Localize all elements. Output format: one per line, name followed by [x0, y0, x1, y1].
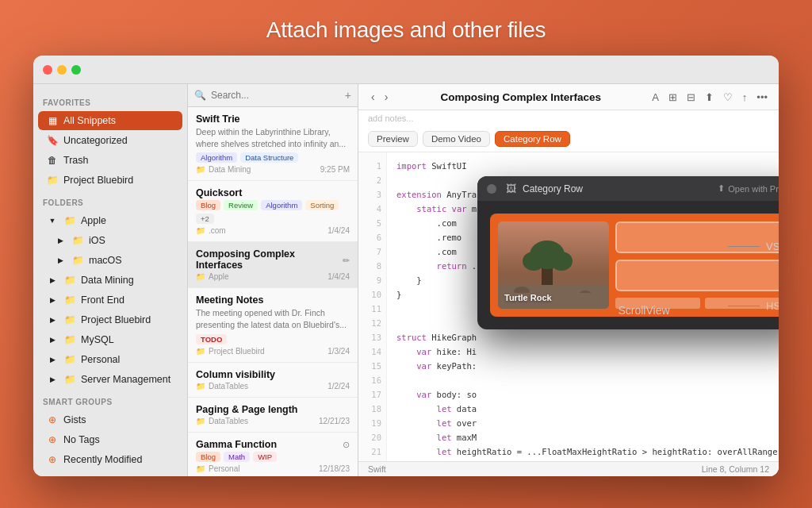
bookmark-button[interactable]: ♡ — [722, 90, 734, 105]
smart-group-icon: ⊕ — [46, 453, 59, 466]
bookmark-icon: 🔖 — [46, 134, 59, 147]
sidebar-item-personal[interactable]: ▶ 📁 Personal — [38, 350, 182, 369]
snippet-folder: Apple — [209, 272, 229, 281]
snippet-folder: Data Mining — [209, 165, 251, 174]
svg-point-7 — [579, 291, 592, 298]
close-button[interactable] — [43, 65, 52, 75]
snippet-date: 9:25 PM — [320, 165, 350, 174]
language-label: Swift — [368, 464, 386, 474]
sidebar-item-project-bluebird[interactable]: ▶ 📁 Project Bluebird — [38, 310, 182, 329]
sidebar-label: MySQL — [81, 334, 174, 345]
snippet-title: Swift Trie — [196, 114, 350, 125]
sidebar-item-recently-modified[interactable]: ⊕ Recently Modified — [38, 450, 182, 469]
snippet-item-paging[interactable]: Paging & Page length 📁 DataTables 12/21/… — [188, 398, 358, 433]
annotation-dash — [728, 246, 760, 247]
image-icon: 🖼 — [506, 183, 516, 194]
folder-icon: 📁 — [196, 226, 205, 235]
folder-icon: 📁 — [196, 417, 205, 425]
popup-close-button[interactable] — [487, 184, 496, 194]
tab-demo-video[interactable]: Demo Video — [423, 131, 490, 147]
chevron-icon: ▶ — [46, 353, 59, 366]
sidebar-item-apple[interactable]: ▼ 📁 Apple — [38, 211, 182, 230]
sidebar-item-trash[interactable]: 🗑 Trash — [38, 151, 182, 170]
sidebar-item-mysql[interactable]: ▶ 📁 MySQL — [38, 330, 182, 349]
snippet-folder: Project Bluebird — [209, 347, 265, 356]
snippet-item-swift-trie[interactable]: Swift Trie Deep within the Labyrinthine … — [188, 107, 358, 181]
sidebar-label: Gists — [63, 414, 174, 425]
folder-icon: 📁 — [63, 314, 76, 326]
snippet-date: 1/3/24 — [327, 347, 350, 356]
snippet-tags: Blog Math WIP — [196, 452, 350, 462]
text-format-button[interactable]: A — [650, 90, 661, 105]
line-num: 11 — [358, 302, 386, 316]
snippet-item-meeting-notes[interactable]: Meeting Notes The meeting opened with Dr… — [188, 288, 358, 362]
chevron-icon: ▶ — [46, 373, 59, 386]
open-preview-label: Open with Preview — [728, 184, 779, 194]
scrollview-label: ScrollView — [618, 304, 669, 317]
hstack-label: HStack — [766, 300, 779, 312]
export-button[interactable]: ↑ — [741, 90, 749, 105]
snippet-preview: The meeting opened with Dr. Finch presen… — [196, 307, 350, 330]
code-area: 1 2 3 4 5 6 7 8 9 10 11 12 13 14 15 16 1 — [358, 152, 779, 461]
status-bar: Swift Line 8, Column 12 — [358, 461, 779, 476]
search-input[interactable] — [211, 90, 340, 101]
snippet-item-gamma-function[interactable]: Gamma Function ⊙ Blog Math WIP 📁 Persona… — [188, 433, 358, 476]
line-num: 5 — [358, 216, 386, 230]
search-icon: 🔍 — [194, 90, 206, 101]
sidebar-item-data-mining[interactable]: ▶ 📁 Data Mining — [38, 271, 182, 290]
more-button[interactable]: ••• — [755, 90, 769, 105]
snippet-item-composing[interactable]: Composing Complex Interfaces ✏ 📁 Apple 1… — [188, 242, 358, 288]
view-toggle-button[interactable]: ⊞ — [667, 90, 679, 105]
snippet-title: Composing Complex Interfaces — [196, 248, 343, 271]
sidebar-item-all-snippets[interactable]: ▦ All Snippets — [38, 111, 182, 130]
nav-buttons: ‹ › — [368, 89, 391, 105]
popup-header: 🖼 Category Row ⬆ Open with Preview — [477, 176, 779, 201]
snippet-folder: DataTables — [209, 382, 248, 391]
popup-body: Turtle Rock — [477, 201, 779, 329]
share-button[interactable]: ⬆ — [703, 90, 715, 105]
back-button[interactable]: ‹ — [368, 89, 378, 105]
page-headline: Attach images and other files — [266, 17, 546, 43]
line-num: 10 — [358, 287, 386, 302]
tag-sorting: Sorting — [305, 200, 339, 210]
sidebar-item-front-end[interactable]: ▶ 📁 Front End — [38, 291, 182, 310]
editor-toolbar: ‹ › Composing Complex Interfaces A ⊞ ⊟ ⬆… — [358, 84, 779, 110]
forward-button[interactable]: › — [381, 89, 392, 105]
snippet-item-column-visibility[interactable]: Column visibility 📁 DataTables 1/2/24 — [188, 363, 358, 398]
sidebar-item-project-bluebird-fav[interactable]: 📁 Project Bluebird — [38, 171, 182, 190]
hstack-annotation: HStack — [728, 300, 779, 312]
line-num: 18 — [358, 402, 386, 416]
grid-view-button[interactable]: ⊟ — [685, 90, 697, 105]
sidebar-item-no-tags[interactable]: ⊕ No Tags — [38, 430, 182, 449]
editor-actions: A ⊞ ⊟ ⬆ ♡ ↑ ••• — [650, 90, 769, 105]
chevron-icon: ▼ — [46, 214, 59, 227]
tab-preview[interactable]: Preview — [368, 131, 418, 147]
tag-todo: TODO — [196, 334, 227, 344]
sidebar-item-uncategorized[interactable]: 🔖 Uncategorized — [38, 131, 182, 150]
tag-math: Math — [224, 452, 250, 462]
snippet-folder: .com — [209, 226, 226, 235]
tab-category-row[interactable]: Category Row — [495, 131, 570, 147]
chevron-icon: ▶ — [46, 274, 59, 287]
app-window: Favorites ▦ All Snippets 🔖 Uncategorized… — [33, 56, 779, 476]
open-with-preview-button[interactable]: ⬆ Open with Preview — [718, 183, 779, 194]
chevron-icon: ▶ — [54, 254, 67, 267]
vstack-annotation: VStack — [728, 241, 779, 252]
minimize-button[interactable] — [57, 65, 67, 75]
sidebar-item-gists[interactable]: ⊕ Gists — [38, 410, 182, 429]
line-numbers: 1 2 3 4 5 6 7 8 9 10 11 12 13 14 15 16 1 — [358, 152, 387, 461]
sidebar-item-ios[interactable]: ▶ 📁 iOS — [46, 231, 182, 250]
snippet-meta: 📁 Personal 12/18/23 — [196, 464, 350, 473]
tag-algorithm: Algorithm — [196, 152, 237, 163]
maximize-button[interactable] — [71, 65, 81, 75]
smart-group-icon: ⊕ — [46, 414, 59, 426]
sidebar-label: Uncategorized — [63, 135, 174, 146]
sidebar-item-server-management[interactable]: ▶ 📁 Server Management — [38, 370, 182, 389]
sidebar-item-macos[interactable]: ▶ 📁 macOS — [46, 251, 182, 270]
new-snippet-button[interactable]: + — [345, 89, 351, 102]
snippet-item-quicksort[interactable]: Quicksort Blog Review Algorithm Sorting … — [188, 181, 358, 242]
annotations: VStack HStack — [728, 241, 779, 329]
svg-point-4 — [523, 252, 545, 271]
image-label: Turtle Rock — [504, 293, 552, 302]
folder-icon: 📁 — [63, 294, 76, 306]
